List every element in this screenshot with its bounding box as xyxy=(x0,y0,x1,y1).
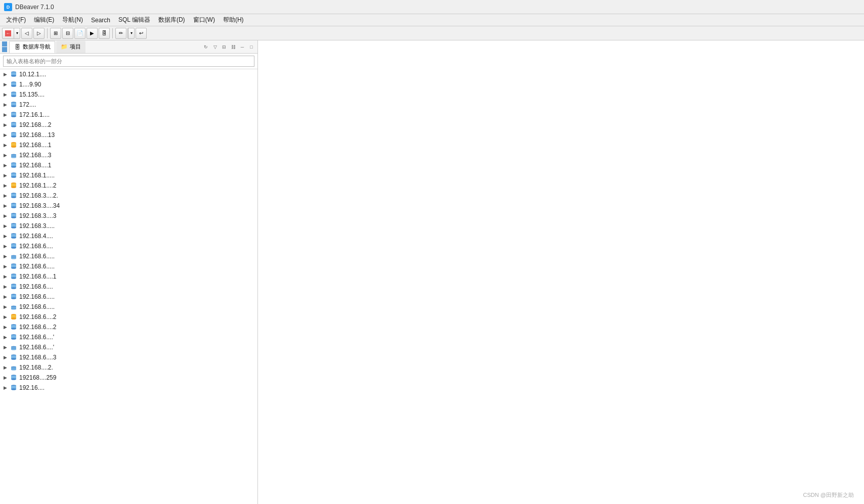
toolbar-back[interactable]: ◁ xyxy=(21,28,32,39)
tree-item[interactable]: ▶ 192.168.6..... xyxy=(0,302,257,312)
tree-toggle[interactable]: ▶ xyxy=(2,344,8,350)
tab-db-navigator[interactable]: 🗄 数据库导航 xyxy=(9,41,55,53)
tree-toggle[interactable]: ▶ xyxy=(2,81,8,87)
tree-toggle[interactable]: ▶ xyxy=(2,263,8,269)
nav-back-btn[interactable]: ← xyxy=(3,28,14,39)
tree-item[interactable]: ▶ 192.168.4.... xyxy=(0,231,257,241)
toolbar-script[interactable]: 📄 xyxy=(74,28,85,39)
menu-window[interactable]: 窗口(W) xyxy=(189,15,219,25)
tree-item[interactable]: ▶ 192.168.6..... xyxy=(0,292,257,302)
tab-project[interactable]: 📁 项目 xyxy=(56,41,85,53)
tree-toggle[interactable]: ▶ xyxy=(2,284,8,290)
tree-item[interactable]: ▶ 172.... xyxy=(0,100,257,110)
tree-toggle[interactable]: ▶ xyxy=(2,294,8,300)
tree-toggle[interactable]: ▶ xyxy=(2,233,8,239)
panel-action-maximize[interactable]: □ xyxy=(247,43,255,51)
tree-item[interactable]: ▶ 192.168.6.... xyxy=(0,282,257,292)
tree-toggle[interactable]: ▶ xyxy=(2,314,8,320)
tree-toggle[interactable]: ▶ xyxy=(2,203,8,209)
panel-action-collapse[interactable]: ⊟ xyxy=(220,43,228,51)
tree-toggle[interactable]: ▶ xyxy=(2,162,8,168)
tree-item[interactable]: ▶ 192.168.6....1 xyxy=(0,271,257,282)
tree-item[interactable]: ▶ 192.16.... xyxy=(0,383,257,393)
pencil-arrow[interactable]: ▾ xyxy=(128,28,134,39)
panel-action-filter[interactable]: ▽ xyxy=(211,43,219,51)
tree-toggle[interactable]: ▶ xyxy=(2,304,8,310)
tree-item[interactable]: ▶ 172.16.1.... xyxy=(0,110,257,120)
tree-item[interactable]: ▶ 15.135.... xyxy=(0,89,257,100)
tree-item[interactable]: ▶ 192.168.6....' xyxy=(0,342,257,352)
panel-action-minimize[interactable]: ─ xyxy=(238,43,246,51)
menu-navigate[interactable]: 导航(N) xyxy=(58,15,87,25)
toolbar-new-conn[interactable]: ⊞ xyxy=(50,28,61,39)
tree-item[interactable]: ▶ 192.168....3 xyxy=(0,150,257,160)
tree-item[interactable]: ▶ 192.168....2. xyxy=(0,362,257,373)
tree-toggle[interactable]: ▶ xyxy=(2,243,8,249)
tree-toggle[interactable]: ▶ xyxy=(2,152,8,158)
tree-item[interactable]: ▶ 192.168.1..... xyxy=(0,170,257,180)
tree-toggle[interactable]: ▶ xyxy=(2,122,8,128)
tree-toggle[interactable]: ▶ xyxy=(2,112,8,118)
tree-item[interactable]: ▶ 192.168.6....2 xyxy=(0,322,257,332)
tree-item[interactable]: ▶ 192.168.6....' xyxy=(0,332,257,342)
svg-point-57 xyxy=(11,247,16,249)
menu-database[interactable]: 数据库(D) xyxy=(154,15,189,25)
toolbar-db[interactable]: 🗄 xyxy=(99,28,110,39)
tree-toggle[interactable]: ▶ xyxy=(2,375,8,381)
tree-toggle[interactable]: ▶ xyxy=(2,102,8,108)
tree-item[interactable]: ▶ 192.168.3..... xyxy=(0,221,257,231)
tree-item[interactable]: ▶ 10.12.1.... xyxy=(0,69,257,79)
tree-item[interactable]: ▶ 192.168.6....2 xyxy=(0,312,257,322)
tree-item[interactable]: ▶ 192.168.1....2 xyxy=(0,180,257,191)
tree-toggle[interactable]: ▶ xyxy=(2,132,8,138)
tree-toggle[interactable]: ▶ xyxy=(2,193,8,199)
tree-toggle[interactable]: ▶ xyxy=(2,354,8,360)
tree-toggle[interactable]: ▶ xyxy=(2,324,8,330)
toolbar-undo[interactable]: ↩ xyxy=(136,28,147,39)
tree-item[interactable]: ▶ 192.168.3....34 xyxy=(0,201,257,211)
menu-file[interactable]: 文件(F) xyxy=(2,15,30,25)
tree-toggle[interactable]: ▶ xyxy=(2,182,8,189)
tree-toggle[interactable]: ▶ xyxy=(2,71,8,77)
db-tree-view[interactable]: ▶ 10.12.1.... ▶ 1....9.90 ▶ 15.135.... ▶… xyxy=(0,69,257,504)
tree-item[interactable]: ▶ 192.168....1 xyxy=(0,160,257,170)
tree-item[interactable]: ▶ 192.168....13 xyxy=(0,130,257,140)
tree-toggle[interactable]: ▶ xyxy=(2,142,8,148)
tree-toggle[interactable]: ▶ xyxy=(2,213,8,219)
tree-label: 192.168.6....2 xyxy=(19,313,56,320)
tree-toggle[interactable]: ▶ xyxy=(2,334,8,340)
menu-search[interactable]: Search xyxy=(87,16,114,25)
tree-item[interactable]: ▶ 192.168....2 xyxy=(0,120,257,130)
tree-toggle[interactable]: ▶ xyxy=(2,273,8,280)
nav-back-dropdown[interactable]: ← ▾ xyxy=(2,28,20,39)
tree-item[interactable]: ▶ 1....9.90 xyxy=(0,79,257,89)
tree-item[interactable]: ▶ 192.168.3....3 xyxy=(0,211,257,221)
menu-help[interactable]: 帮助(H) xyxy=(219,15,248,25)
toolbar-pencil-dropdown[interactable]: ▾ xyxy=(127,28,135,39)
menu-sql-editor[interactable]: SQL 编辑器 xyxy=(114,15,154,25)
toolbar-pencil[interactable]: ✏ xyxy=(115,28,126,39)
tree-item[interactable]: ▶ 192.168.6.... xyxy=(0,241,257,251)
tree-toggle[interactable]: ▶ xyxy=(2,364,8,371)
tree-item[interactable]: ▶ 192.168.6..... xyxy=(0,261,257,271)
tree-item[interactable]: ▶ 192.168.3....2. xyxy=(0,191,257,201)
tree-toggle[interactable]: ▶ xyxy=(2,223,8,229)
toolbar-forward[interactable]: ▷ xyxy=(33,28,45,39)
tree-item[interactable]: ▶ 192.168.6....3 xyxy=(0,352,257,362)
nav-back-arrow[interactable]: ▾ xyxy=(14,28,20,39)
panel-action-link[interactable]: ⛓ xyxy=(229,43,237,51)
table-search-input[interactable] xyxy=(3,56,254,67)
toolbar-open[interactable]: ⊟ xyxy=(62,28,73,39)
menu-edit[interactable]: 编辑(E) xyxy=(30,15,58,25)
tree-toggle[interactable]: ▶ xyxy=(2,91,8,98)
tree-item[interactable]: ▶ 192.168....1 xyxy=(0,140,257,150)
tree-item[interactable]: ▶ 192168....259 xyxy=(0,373,257,383)
tree-item[interactable]: ▶ 192.168.6..... xyxy=(0,251,257,261)
panel-strip-btn-1[interactable] xyxy=(2,41,7,47)
tree-toggle[interactable]: ▶ xyxy=(2,253,8,259)
tree-toggle[interactable]: ▶ xyxy=(2,385,8,391)
toolbar-run[interactable]: ▶ xyxy=(87,28,98,39)
panel-action-refresh[interactable]: ↻ xyxy=(202,43,210,51)
panel-strip-btn-2[interactable] xyxy=(2,47,7,52)
tree-toggle[interactable]: ▶ xyxy=(2,172,8,178)
